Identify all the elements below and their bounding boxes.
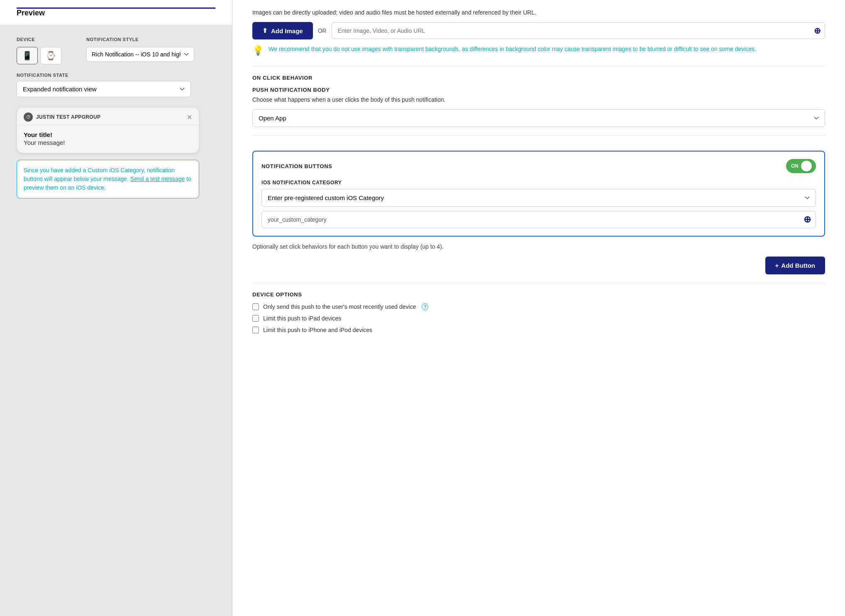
notification-state-label: NOTIFICATION STATE — [17, 73, 215, 78]
phone-icon: 📱 — [22, 51, 32, 61]
progress-bar — [17, 7, 215, 9]
image-description: Images can be directly uploaded; video a… — [252, 8, 825, 17]
upload-icon: ⬆ — [262, 27, 268, 34]
checkbox-row-1: Only send this push to the user's most r… — [252, 303, 825, 310]
notification-style-select[interactable]: Rich Notification -- iOS 10 and highe — [86, 47, 194, 62]
notification-style-label: NOTIFICATION STYLE — [86, 37, 194, 42]
url-input-wrap: ⊕ — [332, 22, 825, 39]
recommendation-box: 💡 We recommend that you do not use image… — [252, 44, 825, 56]
toggle-button[interactable]: ON — [786, 159, 816, 173]
optional-text: Optionally set click behaviors for each … — [252, 243, 825, 250]
url-input[interactable] — [332, 22, 825, 39]
notification-buttons-outer: NOTIFICATION BUTTONS ON IOS NOTIFICATION… — [252, 136, 825, 283]
device-label: DEVICE — [17, 37, 61, 42]
device-section: DEVICE 📱 ⌚ — [17, 37, 61, 64]
app-info: ⏱ JUSTIN TEST APPGROUP — [24, 112, 100, 122]
info-box-text: Since you have added a Custom iOS Catego… — [24, 166, 192, 192]
iphone-ipod-label: Limit this push to iPhone and iPod devic… — [263, 327, 372, 333]
category-input-wrap: ⊕ — [261, 211, 816, 228]
recent-device-label: Only send this push to the user's most r… — [263, 303, 416, 310]
ipad-checkbox[interactable] — [252, 315, 259, 322]
on-click-title: ON CLICK BEHAVIOR — [252, 75, 825, 81]
add-image-label: Add Image — [271, 27, 303, 34]
ios-category-label: IOS NOTIFICATION CATEGORY — [261, 180, 816, 186]
notification-state-select[interactable]: Expanded notification view Collapsed not… — [17, 81, 191, 97]
notification-message: Your message! — [24, 139, 192, 146]
notification-buttons-title: NOTIFICATION BUTTONS — [261, 163, 332, 169]
url-input-plus-icon[interactable]: ⊕ — [814, 26, 821, 36]
recent-device-checkbox[interactable] — [252, 303, 259, 310]
right-panel: Images can be directly uploaded; video a… — [232, 0, 845, 616]
notification-preview-card: ⏱ JUSTIN TEST APPGROUP ✕ Your title! You… — [17, 107, 199, 153]
add-button-icon: + — [775, 262, 779, 269]
notification-close-btn[interactable]: ✕ — [187, 113, 192, 121]
panel-header: Preview — [0, 0, 232, 25]
help-icon-recent[interactable]: ? — [422, 303, 428, 310]
phone-device-btn[interactable]: 📱 — [17, 47, 38, 64]
device-row: DEVICE 📱 ⌚ NOTIFICATION STYLE Rich Notif… — [17, 37, 215, 64]
recommendation-text: We recommend that you do not use images … — [269, 44, 756, 54]
toggle-wrap[interactable]: ON — [786, 159, 816, 173]
iphone-ipod-checkbox[interactable] — [252, 327, 259, 333]
notification-title: Your title! — [24, 131, 192, 138]
add-button-btn[interactable]: + Add Button — [765, 257, 825, 274]
ipad-label: Limit this push to iPad devices — [263, 315, 341, 322]
tablet-icon: ⌚ — [46, 51, 56, 61]
checkbox-row-2: Limit this push to iPad devices — [252, 315, 825, 322]
open-app-select[interactable]: Open App Go to URL Go to Deep Link — [252, 109, 825, 127]
notification-header: ⏱ JUSTIN TEST APPGROUP ✕ — [17, 108, 199, 125]
app-icon-symbol: ⏱ — [26, 115, 31, 120]
checkbox-row-3: Limit this push to iPhone and iPod devic… — [252, 327, 825, 333]
add-image-button[interactable]: ⬆ Add Image — [252, 22, 313, 39]
device-options-section: DEVICE OPTIONS Only send this push to th… — [252, 283, 825, 347]
or-label: OR — [318, 27, 327, 34]
tablet-device-btn[interactable]: ⌚ — [40, 47, 61, 64]
ios-category-select[interactable]: Enter pre-registered custom iOS Category — [261, 189, 816, 207]
add-image-row: ⬆ Add Image OR ⊕ — [252, 22, 825, 39]
app-icon: ⏱ — [24, 112, 33, 122]
test-message-link[interactable]: Send a test message — [130, 176, 185, 182]
push-body-title: PUSH NOTIFICATION BODY — [252, 87, 825, 93]
image-section: Images can be directly uploaded; video a… — [252, 0, 825, 66]
panel-body: DEVICE 📱 ⌚ NOTIFICATION STYLE Rich Notif… — [0, 25, 232, 210]
push-body-desc: Choose what happens when a user clicks t… — [252, 95, 825, 104]
notification-style-section: NOTIFICATION STYLE Rich Notification -- … — [86, 37, 194, 64]
app-name: JUSTIN TEST APPGROUP — [36, 114, 100, 120]
category-plus-icon[interactable]: ⊕ — [803, 214, 811, 225]
toggle-text: ON — [791, 163, 799, 169]
panel-title: Preview — [17, 9, 215, 17]
notification-buttons-header: NOTIFICATION BUTTONS ON — [261, 159, 816, 173]
lightbulb-icon: 💡 — [252, 45, 264, 56]
device-options-title: DEVICE OPTIONS — [252, 291, 825, 298]
on-click-section: ON CLICK BEHAVIOR PUSH NOTIFICATION BODY… — [252, 66, 825, 136]
notification-body: Your title! Your message! — [17, 125, 199, 153]
ios-category-info-box: Since you have added a Custom iOS Catego… — [17, 160, 199, 198]
category-input[interactable] — [261, 211, 816, 228]
toggle-circle — [801, 161, 812, 171]
notification-buttons-section: NOTIFICATION BUTTONS ON IOS NOTIFICATION… — [252, 151, 825, 237]
device-buttons: 📱 ⌚ — [17, 47, 61, 64]
left-panel: Preview DEVICE 📱 ⌚ NOTIFICATION STYLE Ri… — [0, 0, 232, 616]
notification-state-section: NOTIFICATION STATE Expanded notification… — [17, 73, 215, 97]
add-button-label: Add Button — [781, 262, 815, 269]
